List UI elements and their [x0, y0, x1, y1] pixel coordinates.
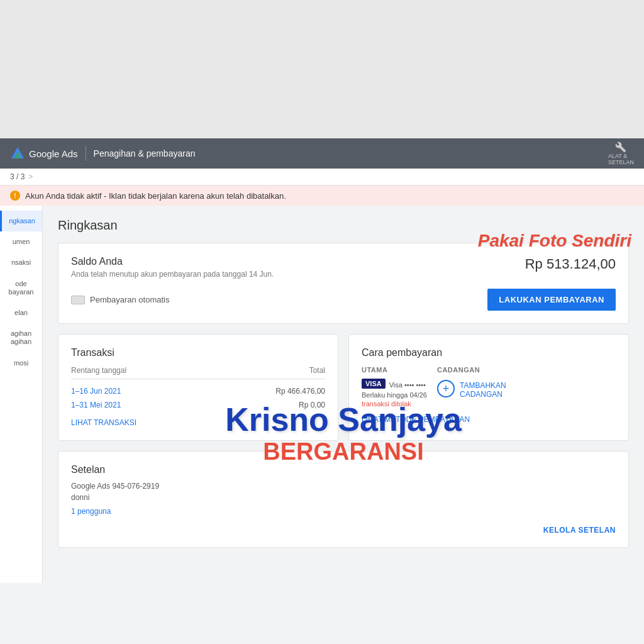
kelola-setelan-button[interactable]: KELOLA SETELAN	[71, 526, 616, 535]
settings-header: Setelan	[71, 464, 616, 475]
sidebar-item-dokumen[interactable]: umen	[0, 231, 42, 252]
sidebar-item-transaksi[interactable]: nsaksi	[0, 252, 42, 273]
sidebar-item-penagihan[interactable]: agihanagihan	[0, 323, 42, 352]
tools-settings-button[interactable]: ALAT &SETELAN	[608, 142, 634, 165]
topbar-section-title: Penagihan & pembayaran	[94, 148, 196, 158]
visa-info: Visa •••• ••••	[389, 381, 426, 389]
sidebar-item-setelan[interactable]: elan	[0, 303, 42, 323]
trans-date-1: 1–16 Jun 2021	[71, 387, 121, 396]
main-content: Pakai Foto Sendiri Krisno Sanjaya BERGAR…	[43, 206, 644, 583]
trans-amount-2: Rp 0,00	[299, 401, 325, 409]
balance-subtitle: Anda telah menutup akun pembayaran pada …	[71, 270, 274, 279]
total-label: Total	[309, 366, 325, 375]
alert-message: Akun Anda tidak aktif - Iklan tidak berj…	[25, 191, 286, 201]
lihat-metode-pembayaran-link[interactable]: LIHAT METODE PEMBAYARAN	[362, 415, 616, 424]
breadcrumb-bar: 3 / 3 >	[0, 169, 644, 186]
top-image-area	[0, 0, 644, 138]
visa-expiry: Berlaku hingga 04/26	[362, 391, 427, 399]
payment-cols: UTAMA VISA Visa •••• •••• Berlaku hingga…	[362, 366, 616, 408]
two-col-section: Transaksi Rentang tanggal Total 1–16 Jun…	[58, 334, 629, 441]
balance-amount: Rp 513.124,00	[525, 256, 616, 272]
payment-method-card: Cara pembayaran UTAMA VISA Visa •••• •••…	[348, 334, 629, 441]
sidebar: ngkasan umen nsaksi odebayaran elan agih…	[0, 206, 43, 583]
topbar-right: ALAT &SETELAN	[608, 142, 634, 165]
add-backup-button[interactable]: +	[437, 380, 455, 397]
sidebar-item-mode-pembayaran[interactable]: odebayaran	[0, 274, 42, 303]
lakukan-pembayaran-button[interactable]: LAKUKAN PEMBAYARAN	[487, 289, 616, 311]
transaction-row-header: Rentang tanggal Total	[71, 366, 325, 379]
card-icon	[71, 296, 85, 304]
tools-label: ALAT &SETELAN	[608, 153, 634, 165]
add-backup-row: + TAMBAHKANCADANGAN	[437, 379, 506, 399]
alert-bar: ! Akun Anda tidak aktif - Iklan tidak be…	[0, 186, 644, 206]
trans-amount-1: Rp 466.476,00	[275, 387, 325, 396]
backup-label: CADANGAN	[437, 366, 506, 374]
lihat-transaksi-link[interactable]: LIHAT TRANSAKSI	[71, 418, 136, 427]
topbar: Google Ads Penagihan & pembayaran ALAT &…	[0, 138, 644, 169]
main-layout: ngkasan umen nsaksi odebayaran elan agih…	[0, 206, 644, 583]
settings-account-id: Google Ads 945-076-2919	[71, 482, 616, 491]
payment-auto: Pembayaran otomatis	[71, 295, 169, 304]
breadcrumb-text: 3 / 3	[10, 172, 25, 181]
breadcrumb-sep: >	[28, 172, 33, 181]
backup-payment-col: CADANGAN + TAMBAHKANCADANGAN	[437, 366, 506, 408]
payment-method-header: Cara pembayaran	[362, 347, 616, 358]
visa-row: VISA Visa •••• ••••	[362, 379, 427, 389]
transaction-row-2: 1–31 Mei 2021 Rp 0,00	[71, 398, 325, 412]
balance-card: Saldo Anda Anda telah menutup akun pemba…	[58, 243, 629, 324]
sidebar-item-ringkasan[interactable]: ngkasan	[0, 211, 42, 231]
visa-badge: VISA	[362, 379, 386, 389]
primary-payment-col: UTAMA VISA Visa •••• •••• Berlaku hingga…	[362, 366, 427, 408]
tools-icon	[615, 142, 626, 153]
balance-label: Saldo Anda	[71, 256, 274, 267]
trans-date-2: 1–31 Mei 2021	[71, 401, 121, 409]
topbar-brand: Google Ads	[29, 148, 78, 159]
transaction-header: Transaksi	[71, 347, 325, 358]
sidebar-item-promosi[interactable]: mosi	[0, 353, 42, 374]
topbar-logo: Google Ads	[10, 146, 78, 161]
settings-account-name: donni	[71, 493, 616, 502]
transaction-card: Transaksi Rentang tanggal Total 1–16 Jun…	[58, 334, 338, 441]
trans-ditolak: transaksi ditolak	[362, 400, 427, 408]
google-ads-icon	[10, 146, 25, 161]
transaction-row-1: 1–16 Jun 2021 Rp 466.476,00	[71, 384, 325, 398]
payment-auto-label: Pembayaran otomatis	[90, 295, 169, 304]
balance-footer: Pembayaran otomatis LAKUKAN PEMBAYARAN	[71, 289, 616, 311]
settings-card: Setelan Google Ads 945-076-2919 donni 1 …	[58, 451, 629, 548]
tambahkan-link[interactable]: TAMBAHKANCADANGAN	[460, 381, 506, 399]
page-title: Ringkasan	[58, 218, 629, 233]
balance-header: Saldo Anda Anda telah menutup akun pemba…	[71, 256, 616, 279]
primary-label: UTAMA	[362, 366, 427, 374]
balance-left: Saldo Anda Anda telah menutup akun pemba…	[71, 256, 274, 279]
settings-users-link[interactable]: 1 pengguna	[71, 507, 616, 516]
alert-icon: !	[10, 191, 20, 201]
date-range-label: Rentang tanggal	[71, 366, 126, 375]
topbar-divider	[86, 146, 86, 161]
